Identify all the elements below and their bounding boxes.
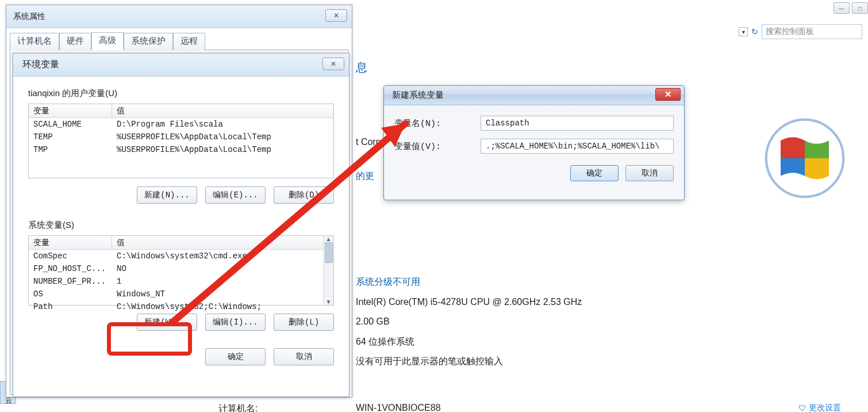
text-frag-corp: t Corp [356, 137, 381, 147]
tab-advanced[interactable]: 高级 [91, 32, 124, 50]
env-title-text: 环境变量 [22, 59, 59, 71]
close-icon[interactable]: ✕ [325, 9, 347, 22]
table-row[interactable]: PathC:\Windows\syst 32;C:\Windows; [29, 300, 323, 313]
system-vars-list[interactable]: 变量 值 ComSpecC:\Windows\system32\cmd.exeF… [28, 235, 334, 306]
var-value-label: 变量值(V): [394, 141, 481, 152]
user-vars-label: tianqixin 的用户变量(U) [28, 88, 334, 99]
ram-info: 2.00 GB [356, 316, 390, 327]
rating-link[interactable]: 系统分级不可用 [356, 276, 420, 288]
scroll-down-icon[interactable]: ▼ [326, 299, 332, 305]
col-header-value: 值 [112, 105, 333, 117]
environment-variables-dialog: 环境变量 ✕ tianqixin 的用户变量(U) 变量 值 SCALA_HOM… [13, 53, 349, 397]
sysprops-tabs: 计算机名 硬件 高级 系统保护 远程 [6, 28, 352, 49]
sysprops-title: 系统属性 ✕ [6, 5, 352, 28]
computer-name-value: WIN-1VONBIOCE88 [356, 403, 441, 412]
system-delete-button[interactable]: 删除(L) [274, 314, 334, 331]
sysprops-title-text: 系统属性 [13, 12, 45, 22]
table-row[interactable]: SCALA_HOMED:\Program Files\scala [29, 118, 333, 131]
newvar-cancel-button[interactable]: 取消 [625, 165, 674, 181]
refresh-icon[interactable]: ↻ [751, 27, 758, 36]
user-delete-button[interactable]: 删除(D) [274, 186, 334, 204]
newvar-title-text: 新建系统变量 [392, 90, 444, 101]
system-edit-button[interactable]: 编辑(I)... [205, 314, 266, 331]
tab-computer-name[interactable]: 计算机名 [10, 33, 59, 50]
search-input[interactable]: 搜索控制面板 [762, 24, 862, 39]
table-row[interactable]: TMP%USERPROFILE%\AppData\Local\Temp [29, 143, 333, 156]
system-new-button[interactable]: 新建(W)... [137, 314, 197, 331]
close-icon[interactable]: ✕ [655, 88, 681, 101]
system-vars-label: 系统变量(S) [28, 220, 334, 231]
shield-icon: 🛡 [798, 403, 806, 412]
change-settings-link[interactable]: 🛡 更改设置 [798, 403, 841, 412]
user-vars-list[interactable]: 变量 值 SCALA_HOMED:\Program Files\scalaTEM… [28, 104, 334, 178]
user-vars-header: 变量 值 [29, 104, 333, 118]
cpu-info: Intel(R) Core(TM) i5-4278U CPU @ 2.60GHz… [356, 297, 582, 307]
pen-touch-info: 没有可用于此显示器的笔或触控输入 [356, 356, 503, 368]
table-row[interactable]: ComSpecC:\Windows\system32\cmd.exe [29, 250, 323, 262]
minimize-button[interactable]: — [834, 2, 850, 14]
user-new-button[interactable]: 新建(N)... [137, 186, 197, 204]
maximize-button[interactable]: □ [852, 2, 868, 14]
sys-vars-header: 变量 值 [29, 236, 333, 250]
section-heading-frag: 息 [356, 60, 367, 75]
scroll-thumb[interactable] [325, 242, 333, 263]
tab-hardware[interactable]: 硬件 [59, 33, 91, 50]
breadcrumb-dropdown[interactable]: ▾ [739, 27, 748, 36]
env-cancel-button[interactable]: 取消 [274, 348, 334, 365]
os-type: 64 位操作系统 [356, 336, 414, 348]
var-value-input[interactable]: .;%SCALA_HOME%\bin;%SCALA_HOME%\lib\ [481, 139, 674, 154]
newvar-title: 新建系统变量 ✕ [384, 86, 684, 105]
col-header-name: 变量 [29, 236, 112, 249]
table-row[interactable]: TEMP%USERPROFILE%\AppData\Local\Temp [29, 131, 333, 143]
var-name-input[interactable]: Classpath [481, 116, 674, 131]
windows-logo-icon [765, 118, 845, 199]
tab-remote[interactable]: 远程 [173, 33, 205, 50]
col-header-value: 值 [112, 236, 333, 249]
scroll-up-icon[interactable]: ▲ [326, 236, 332, 242]
computer-name-label: 计算机名: [218, 403, 258, 412]
link-frag-update[interactable]: 的更 [356, 170, 374, 182]
close-icon[interactable]: ✕ [322, 58, 344, 70]
titlebar-buttons: — □ [834, 2, 868, 14]
table-row[interactable]: FP_NO_HOST_C...NO [29, 262, 323, 275]
table-row[interactable]: NUMBER_OF_PR...1 [29, 275, 323, 288]
table-row[interactable]: OSWindows_NT [29, 288, 323, 300]
cp-toolbar: ▾ ↻ 搜索控制面板 [356, 23, 862, 40]
user-edit-button[interactable]: 编辑(E)... [205, 186, 266, 204]
change-settings-label: 更改设置 [809, 403, 841, 412]
var-name-label: 变量名(N): [394, 118, 481, 129]
newvar-ok-button[interactable]: 确定 [570, 165, 619, 181]
tab-system-protection[interactable]: 系统保护 [124, 33, 173, 50]
env-ok-button[interactable]: 确定 [205, 348, 266, 365]
col-header-name: 变量 [29, 105, 112, 117]
scrollbar[interactable]: ▲ ▼ [323, 236, 333, 305]
env-title: 环境变量 ✕ [13, 54, 349, 77]
new-system-variable-dialog: 新建系统变量 ✕ 变量名(N): Classpath 变量值(V): .;%SC… [383, 85, 685, 200]
